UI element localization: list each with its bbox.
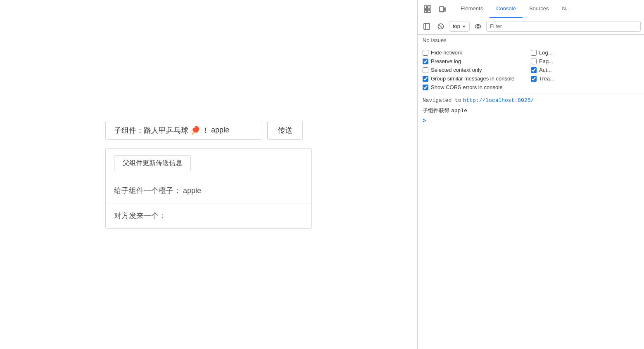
from-peer-label: 对方发来一个：: [114, 212, 166, 220]
group-similar-option: Group similar messages in console: [423, 75, 531, 82]
hide-network-label[interactable]: Hide network: [423, 50, 531, 56]
options-row-2: Preserve log Eag...: [423, 58, 639, 64]
parent-update-btn-row: 父组件更新传送信息: [106, 149, 311, 178]
inspect-element-icon[interactable]: [421, 2, 434, 16]
console-prompt-row[interactable]: >: [418, 116, 644, 126]
device-toolbar-icon[interactable]: [436, 2, 449, 16]
svg-rect-0: [424, 6, 427, 8]
log-label[interactable]: Log...: [531, 50, 553, 56]
group-similar-label[interactable]: Group similar messages in console: [423, 75, 531, 82]
child-value: apple: [211, 126, 229, 134]
console-output: Navigated to http://localhost:8025/ 子组件获…: [418, 94, 644, 349]
child-label: 子组件：路人甲乒乓球: [114, 125, 188, 135]
svg-rect-10: [444, 8, 446, 11]
orange-value: apple: [183, 186, 201, 195]
tab-sources[interactable]: Sources: [523, 0, 556, 18]
app-content: 子组件：路人甲乒乓球 🏓 ！ apple 传送 父组件更新传送信息 给子组件一个…: [105, 121, 312, 229]
top-dropdown-label: top: [453, 23, 460, 29]
ping-pong-icon: 🏓: [190, 125, 200, 135]
svg-line-15: [439, 24, 443, 28]
prompt-chevron-icon: >: [423, 118, 426, 124]
devtools-tabs: Elements Console Sources N...: [454, 0, 577, 18]
selected-context-label[interactable]: Selected context only: [423, 67, 531, 73]
tab-more[interactable]: N...: [556, 0, 577, 18]
log-option: Log...: [531, 50, 639, 56]
show-cors-label[interactable]: Show CORS errors in console: [423, 84, 502, 90]
treat-checkbox[interactable]: [531, 76, 537, 82]
log-prefix: 子组件获得: [423, 107, 449, 114]
preserve-log-label[interactable]: Preserve log: [423, 58, 531, 64]
console-navigated-entry: Navigated to http://localhost:8025/: [418, 96, 644, 105]
auto-label[interactable]: Aut...: [531, 67, 551, 73]
clear-console-icon[interactable]: [435, 21, 447, 32]
filter-input[interactable]: [486, 21, 641, 32]
eager-label[interactable]: Eag...: [531, 58, 553, 64]
navigated-url[interactable]: http://localhost:8025/: [463, 97, 534, 104]
devtools-panel: Elements Console Sources N...: [417, 0, 644, 349]
group-similar-checkbox[interactable]: [423, 76, 428, 82]
child-text-display: 子组件：路人甲乒乓球 🏓 ！ apple: [105, 121, 262, 140]
hide-network-checkbox[interactable]: [423, 50, 428, 56]
chevron-down-icon: [462, 24, 466, 28]
options-panel: Hide network Log... Preserve log: [418, 46, 644, 94]
tab-elements[interactable]: Elements: [454, 0, 490, 18]
hide-network-option: Hide network: [423, 50, 531, 56]
console-log-entry-1: 子组件获得 apple: [418, 105, 644, 116]
options-row-4: Group similar messages in console Trea..…: [423, 75, 639, 82]
devtools-secondary-toolbar: top: [418, 18, 644, 35]
svg-point-17: [477, 25, 479, 27]
log-checkbox[interactable]: [531, 50, 537, 56]
no-issues-text: No Issues: [423, 37, 447, 43]
treat-option: Trea...: [531, 75, 639, 82]
selected-context-checkbox[interactable]: [423, 67, 428, 73]
eager-checkbox[interactable]: [531, 59, 537, 64]
navigated-text: Navigated to: [423, 97, 461, 104]
tab-console[interactable]: Console: [490, 0, 523, 18]
show-cors-checkbox[interactable]: [423, 85, 428, 90]
send-button[interactable]: 传送: [267, 121, 303, 140]
options-row-3: Selected context only Aut...: [423, 67, 639, 73]
parent-update-button[interactable]: 父组件更新传送信息: [114, 155, 191, 171]
eager-option: Eag...: [531, 58, 639, 64]
parent-component-box: 父组件更新传送信息 给子组件一个橙子： apple 对方发来一个：: [105, 148, 312, 229]
treat-label[interactable]: Trea...: [531, 75, 554, 82]
issues-bar: No Issues: [418, 35, 644, 46]
selected-context-option: Selected context only: [423, 67, 531, 73]
separator: ！: [202, 125, 209, 135]
options-row-1: Hide network Log...: [423, 50, 639, 56]
preserve-log-option: Preserve log: [423, 58, 531, 64]
auto-checkbox[interactable]: [531, 67, 537, 73]
preserve-log-checkbox[interactable]: [423, 59, 428, 64]
from-peer-row: 对方发来一个：: [106, 203, 311, 228]
options-row-5: Show CORS errors in console: [423, 84, 639, 90]
svg-rect-12: [424, 24, 430, 29]
orange-label: 给子组件一个橙子：: [114, 186, 181, 195]
main-panel: 子组件：路人甲乒乓球 🏓 ！ apple 传送 父组件更新传送信息 给子组件一个…: [0, 0, 417, 349]
orange-row: 给子组件一个橙子： apple: [106, 178, 311, 203]
auto-option: Aut...: [531, 67, 639, 73]
child-component-row: 子组件：路人甲乒乓球 🏓 ！ apple 传送: [105, 121, 303, 140]
sidebar-toggle-icon[interactable]: [421, 21, 433, 32]
eye-icon[interactable]: [472, 21, 484, 32]
top-context-dropdown[interactable]: top: [449, 21, 470, 32]
devtools-toolbar: Elements Console Sources N...: [418, 0, 644, 18]
log-value: apple: [451, 108, 467, 114]
